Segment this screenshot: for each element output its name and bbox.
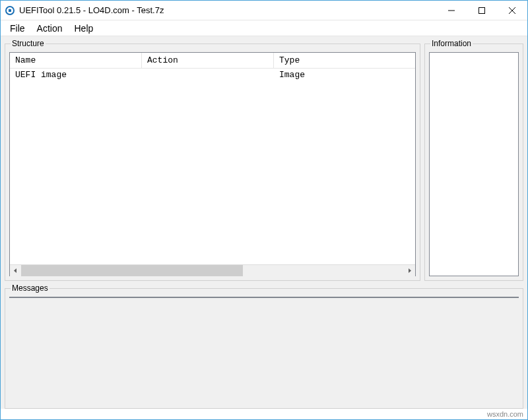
information-body[interactable] bbox=[429, 52, 519, 276]
app-icon bbox=[5, 5, 15, 16]
close-button[interactable] bbox=[497, 1, 527, 20]
top-row: Structure Name Action Type UEFI image Im… bbox=[5, 39, 523, 281]
titlebar: UEFITool 0.21.5 - LO4D.com - Test.7z bbox=[1, 1, 527, 20]
information-title: Information bbox=[430, 39, 473, 48]
scroll-right-button[interactable] bbox=[404, 265, 415, 276]
messages-panel: Messages bbox=[5, 284, 523, 409]
cell-name: UEFI image bbox=[10, 69, 142, 81]
menu-help[interactable]: Help bbox=[69, 22, 98, 35]
column-action[interactable]: Action bbox=[142, 53, 274, 68]
tree-row[interactable]: UEFI image Image bbox=[10, 69, 415, 81]
scroll-thumb[interactable] bbox=[21, 265, 243, 276]
window-title: UEFITool 0.21.5 - LO4D.com - Test.7z bbox=[19, 5, 436, 15]
content-area: Structure Name Action Type UEFI image Im… bbox=[1, 36, 527, 409]
svg-marker-6 bbox=[14, 268, 16, 273]
structure-panel: Structure Name Action Type UEFI image Im… bbox=[5, 39, 420, 281]
menu-file[interactable]: File bbox=[5, 22, 30, 35]
structure-title: Structure bbox=[11, 39, 46, 48]
structure-tree[interactable]: Name Action Type UEFI image Image bbox=[9, 52, 416, 276]
horizontal-scrollbar[interactable] bbox=[10, 264, 415, 276]
minimize-button[interactable] bbox=[436, 1, 467, 20]
tree-body[interactable]: UEFI image Image bbox=[10, 69, 415, 264]
cell-type: Image bbox=[274, 69, 415, 81]
footer-watermark: wsxdn.com bbox=[1, 409, 527, 419]
menu-action[interactable]: Action bbox=[32, 22, 68, 35]
svg-rect-1 bbox=[9, 9, 11, 12]
menubar: File Action Help bbox=[1, 20, 527, 36]
svg-marker-7 bbox=[409, 268, 411, 273]
window-controls bbox=[436, 1, 527, 20]
maximize-button[interactable] bbox=[467, 1, 497, 20]
scroll-left-button[interactable] bbox=[10, 265, 21, 276]
column-name[interactable]: Name bbox=[10, 53, 142, 68]
messages-body[interactable] bbox=[9, 297, 519, 298]
scroll-track[interactable] bbox=[21, 265, 404, 276]
tree-header: Name Action Type bbox=[10, 53, 415, 69]
messages-title: Messages bbox=[11, 284, 50, 293]
cell-action bbox=[142, 69, 274, 81]
column-type[interactable]: Type bbox=[274, 53, 415, 68]
svg-rect-3 bbox=[479, 8, 485, 14]
information-panel: Information bbox=[424, 39, 523, 281]
